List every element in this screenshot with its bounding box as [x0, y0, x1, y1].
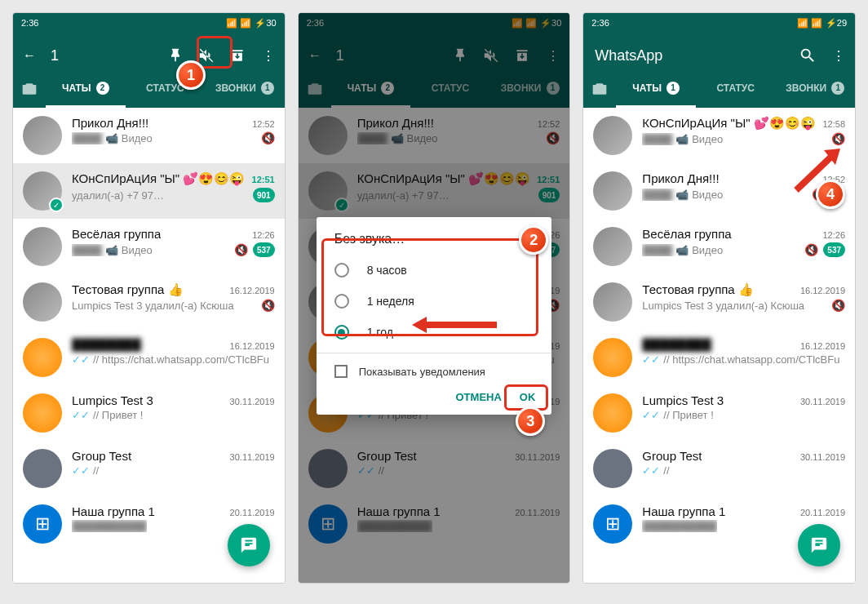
camera-tab[interactable] [583, 81, 616, 97]
chat-name: Прикол Дня!!! [72, 116, 148, 130]
chat-row[interactable]: Весёлая группа 12:26 ████ 📹 Видео 🔇 537 [13, 219, 285, 274]
muted-icon: 🔇 [261, 131, 275, 144]
chat-name: Прикол Дня!!! [642, 171, 719, 185]
chat-time: 20.11.2019 [800, 508, 845, 517]
chat-preview: ████ 📹 Видео [642, 189, 723, 201]
cancel-button[interactable]: ОТМЕНА [456, 391, 502, 403]
clock: 2:36 [591, 18, 609, 28]
muted-icon: 🔇 [261, 299, 275, 312]
muted-icon: 🔇 [831, 299, 845, 312]
search-icon[interactable] [798, 46, 817, 65]
status-bar: 2:36 📶 📶 ⚡29 [583, 13, 855, 33]
chat-time: 30.11.2019 [230, 452, 275, 462]
chat-name: Lumpics Test 3 [642, 393, 724, 407]
camera-tab[interactable] [13, 81, 46, 97]
unread-badge: 901 [253, 188, 275, 202]
chat-preview: ✓✓ // [72, 464, 99, 477]
chat-preview: ✓✓ // Привет ! [72, 409, 143, 421]
chat-name: КОнСпИрАцИя "Ы" 💕😍😊😜 [642, 116, 815, 131]
arrow-icon [409, 315, 498, 335]
app-title: WhatsApp [590, 47, 786, 64]
chat-time: 12:26 [822, 230, 845, 240]
callout-4: 4 [816, 180, 845, 209]
chat-name: Тестовая группа 👍 [642, 282, 754, 297]
muted-icon: 🔇 [804, 243, 818, 256]
chat-time: 16.12.2019 [800, 341, 845, 351]
chat-row[interactable]: Прикол Дня!!! 12:52 ████ 📹 Видео 🔇 [13, 108, 285, 163]
phone-screen-1: 2:36 📶 📶 ⚡30 ← 1 ⋮ ЧАТЫ2 СТАТУС ЗВОНКИ1 … [12, 12, 286, 584]
chat-time: 20.11.2019 [230, 508, 275, 517]
chat-row[interactable]: Тестовая группа 👍 16.12.2019 Lumpics Tes… [13, 274, 285, 330]
unread-badge: 537 [823, 242, 845, 257]
chat-preview: ✓✓ // Привет ! [642, 409, 713, 421]
chat-preview: ✓✓ // https://chat.whatsapp.com/CTlcBFu… [642, 353, 840, 366]
show-notifications-checkbox[interactable]: Показывать уведомления [317, 358, 552, 384]
chat-name: Group Test [642, 449, 702, 463]
selection-header: ← 1 ⋮ [13, 33, 285, 70]
chat-row[interactable]: Весёлая группа 12:26 ████ 📹 Видео 🔇 537 [583, 219, 855, 274]
chat-time: 12:58 [822, 119, 845, 129]
tab-calls[interactable]: ЗВОНКИ1 [205, 70, 285, 108]
chat-row[interactable]: Group Test 30.11.2019 ✓✓ // [13, 441, 285, 496]
chat-name: Lumpics Test 3 [72, 393, 153, 407]
phone-screen-3: 2:36 📶 📶 ⚡29 WhatsApp ⋮ ЧАТЫ1 СТАТУС ЗВО… [582, 12, 856, 584]
main-header: WhatsApp ⋮ [583, 33, 855, 70]
chat-list[interactable]: Прикол Дня!!! 12:52 ████ 📹 Видео 🔇 ✓ КОн… [13, 108, 285, 583]
new-chat-fab[interactable] [228, 524, 270, 566]
chat-row[interactable]: Тестовая группа 👍 16.12.2019 Lumpics Tes… [583, 274, 855, 330]
status-bar: 2:36 📶 📶 ⚡30 [13, 13, 285, 33]
chat-time: 30.11.2019 [230, 397, 275, 406]
chat-name: Наша группа 1 [642, 504, 725, 518]
chat-name: Group Test [72, 449, 131, 463]
tab-status[interactable]: СТАТУС [696, 70, 776, 108]
chat-row[interactable]: ✓ КОнСпИрАцИя "Ы" 💕😍😊😜 12:51 удалил(-а) … [13, 163, 285, 219]
chat-row[interactable]: ████████ 16.12.2019 ✓✓ // https://chat.w… [13, 330, 285, 385]
new-chat-fab[interactable] [798, 524, 840, 566]
chat-row[interactable]: Group Test 30.11.2019 ✓✓ // [583, 441, 855, 496]
chat-name: Тестовая группа 👍 [72, 282, 184, 297]
back-icon[interactable]: ← [20, 46, 39, 65]
chat-time: 30.11.2019 [800, 397, 845, 406]
status-icons: 📶 📶 ⚡29 [797, 18, 847, 29]
chat-time: 16.12.2019 [230, 286, 275, 295]
status-icons: 📶 📶 ⚡30 [226, 18, 276, 29]
chat-preview: удалил(-а) +7 97… [72, 189, 164, 202]
chat-row[interactable]: Lumpics Test 3 30.11.2019 ✓✓ // Привет ! [13, 385, 285, 441]
more-icon[interactable]: ⋮ [829, 46, 848, 65]
chat-time: 16.12.2019 [800, 286, 845, 295]
chat-preview: Lumpics Test 3 удалил(-а) Ксюша [642, 300, 804, 312]
muted-icon: 🔇 [234, 243, 248, 256]
selection-count: 1 [51, 47, 154, 64]
chat-name: Весёлая группа [642, 227, 731, 241]
chat-preview: ✓✓ // [642, 464, 669, 477]
clock: 2:36 [21, 18, 38, 28]
highlight-mute-button [197, 36, 232, 69]
tab-bar: ЧАТЫ1 СТАТУС ЗВОНКИ1 [583, 70, 855, 108]
callout-1: 1 [176, 60, 206, 90]
chat-preview: ✓✓ // https://chat.whatsapp.com/CTlcBFu… [72, 353, 270, 366]
chat-preview: ██████████ [642, 520, 717, 532]
tab-chats[interactable]: ЧАТЫ1 [616, 70, 696, 108]
chat-preview: ██████████ [72, 520, 147, 532]
divider [317, 353, 552, 353]
chat-name: Наша группа 1 [72, 504, 155, 518]
chat-preview: ████ 📹 Видео [72, 244, 153, 256]
chat-time: 30.11.2019 [800, 452, 845, 462]
chat-name: Весёлая группа [72, 227, 161, 241]
chat-preview: ████ 📹 Видео [642, 244, 723, 256]
unread-badge: 537 [253, 242, 275, 257]
tab-chats[interactable]: ЧАТЫ2 [46, 70, 126, 108]
chat-row[interactable]: ████████ 16.12.2019 ✓✓ // https://chat.w… [583, 330, 855, 385]
tab-calls[interactable]: ЗВОНКИ1 [775, 70, 855, 108]
chat-row[interactable]: Lumpics Test 3 30.11.2019 ✓✓ // Привет ! [583, 385, 855, 441]
chat-time: 16.12.2019 [230, 341, 275, 351]
chat-preview: ████ 📹 Видео [72, 132, 153, 144]
more-icon[interactable]: ⋮ [259, 46, 278, 65]
phone-screen-2: 2:36 📶 📶 ⚡30 ← 1 ⋮ ЧАТЫ2 СТАТУС ЗВОНКИ1 … [298, 12, 571, 584]
chat-name: КОнСпИрАцИя "Ы" 💕😍😊😜 [72, 171, 245, 186]
muted-icon: 🔇 [831, 132, 845, 145]
chat-time: 12:52 [252, 119, 275, 129]
chat-preview: Lumpics Test 3 удалил(-а) Ксюша [72, 300, 234, 312]
chat-name: ████████ [642, 338, 711, 352]
chat-name: ████████ [72, 338, 141, 352]
